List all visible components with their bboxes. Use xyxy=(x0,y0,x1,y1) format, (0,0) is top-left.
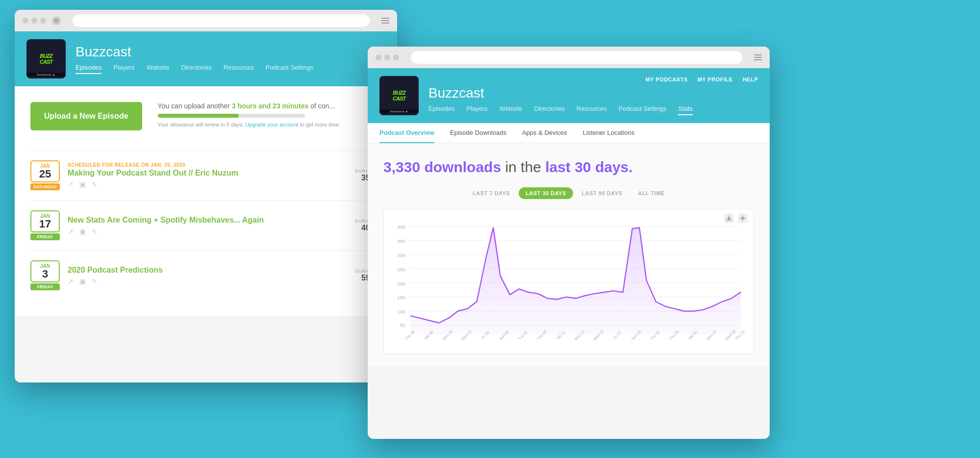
nav2-tab-directories[interactable]: Directories xyxy=(534,105,565,115)
address-bar-1[interactable] xyxy=(73,14,370,27)
download-chart-btn[interactable] xyxy=(724,213,734,223)
date-badge-border-2: JAN 17 xyxy=(30,210,60,232)
nav-tab-resources[interactable]: Resources xyxy=(224,64,254,74)
sub-tabs: Podcast Overview Episode Downloads Apps … xyxy=(368,123,770,143)
nav2-tab-stats[interactable]: Stats xyxy=(678,105,693,115)
logo-text: BUZZCAST xyxy=(40,53,52,65)
browser-window-stats: BUZZCAST buzzsprout ▲ MY PODCASTS MY PRO… xyxy=(368,47,770,439)
settings-chart-btn[interactable] xyxy=(738,213,748,223)
image-icon-2[interactable]: ▣ xyxy=(79,228,86,235)
downloads-headline: 3,330 downloads in the last 30 days. xyxy=(383,159,754,176)
close-dot[interactable] xyxy=(23,18,28,24)
svg-text:400: 400 xyxy=(397,224,405,229)
nav-tab-players[interactable]: Players xyxy=(113,64,134,74)
svg-text:350: 350 xyxy=(397,238,405,244)
nav2-tab-podcast-settings[interactable]: Podcast Settings xyxy=(619,105,667,115)
svg-text:50: 50 xyxy=(400,322,405,328)
date-badge-3: JAN 3 FRIDAY xyxy=(30,260,60,290)
top-link-podcasts[interactable]: MY PODCASTS xyxy=(646,76,688,82)
schedule-tag-1: SCHEDULED FOR RELEASE ON JAN. 25, 2020 xyxy=(68,162,347,168)
maximize-dot-2[interactable] xyxy=(393,54,399,60)
logo-badge-2: buzzsprout ▲ xyxy=(379,109,419,113)
logo-text-2: BUZZCAST xyxy=(393,90,405,102)
browser-chrome-2 xyxy=(368,47,770,68)
stats-content: 3,330 downloads in the last 30 days. LAS… xyxy=(368,143,770,366)
minimize-dot-2[interactable] xyxy=(384,54,390,60)
edit-icon-3[interactable]: ✎ xyxy=(92,278,98,285)
episode-info-1: SCHEDULED FOR RELEASE ON JAN. 25, 2020 M… xyxy=(68,162,347,188)
header-right-2: MY PODCASTS MY PROFILE HELP Buzzcast Epi… xyxy=(428,76,758,115)
episode-icons-3: ↗ ▣ ✎ xyxy=(68,278,347,285)
date-badge-1: JAN 25 SATURDAY xyxy=(30,160,60,190)
svg-text:300: 300 xyxy=(397,253,405,258)
menu-icon[interactable] xyxy=(381,18,389,24)
filter-7days[interactable]: LAST 7 DAYS xyxy=(466,187,517,199)
nav-tab-podcast-settings[interactable]: Podcast Settings xyxy=(266,64,314,74)
date-label-2: FRIDAY xyxy=(30,233,60,240)
sub-tab-episode-downloads[interactable]: Episode Downloads xyxy=(450,123,506,143)
search-icon[interactable] xyxy=(52,16,61,25)
edit-icon-1[interactable]: ✎ xyxy=(92,180,98,188)
top-link-help[interactable]: HELP xyxy=(743,76,758,82)
date-day-1: 25 xyxy=(34,169,56,179)
upload-section: Upload a New Episode You can upload anot… xyxy=(30,102,381,130)
share-icon-2[interactable]: ↗ xyxy=(68,228,74,235)
browser-window-episodes: BUZZCAST buzzsprout ▲ Buzzcast Episodes … xyxy=(15,10,397,382)
app-header-wrapper-2: BUZZCAST buzzsprout ▲ MY PODCASTS MY PRO… xyxy=(368,68,770,123)
app-header-2: BUZZCAST buzzsprout ▲ MY PODCASTS MY PRO… xyxy=(368,68,770,123)
share-icon-3[interactable]: ↗ xyxy=(68,278,74,285)
date-badge-border-3: JAN 3 xyxy=(30,260,60,282)
upgrade-link[interactable]: Upgrade your account xyxy=(245,122,298,127)
sub-tab-listener-locations[interactable]: Listener Locations xyxy=(583,123,635,143)
svg-text:150: 150 xyxy=(397,295,405,300)
main-nav-2: Episodes Players Website Directories Res… xyxy=(428,105,758,115)
image-icon-1[interactable]: ▣ xyxy=(79,180,86,188)
episode-title-2[interactable]: New Stats Are Coming + Spotify Misbehave… xyxy=(68,216,347,225)
filter-90days[interactable]: LAST 90 DAYS xyxy=(575,187,629,199)
filter-30days[interactable]: LAST 30 DAYS xyxy=(519,187,573,199)
nav-tab-website[interactable]: Website xyxy=(147,64,170,74)
date-day-2: 17 xyxy=(34,219,56,229)
upload-time-highlight: 3 hours and 23 minutes xyxy=(232,102,308,110)
downloads-count: 3,330 downloads xyxy=(383,159,501,175)
logo-badge: buzzsprout ▲ xyxy=(26,73,66,76)
edit-icon-2[interactable]: ✎ xyxy=(92,228,98,235)
nav2-tab-episodes[interactable]: Episodes xyxy=(428,105,454,115)
maximize-dot[interactable] xyxy=(40,18,46,24)
date-label-3: FRIDAY xyxy=(30,283,60,290)
upload-button[interactable]: Upload a New Episode xyxy=(30,102,142,130)
top-link-profile[interactable]: MY PROFILE xyxy=(698,76,733,82)
minimize-dot[interactable] xyxy=(31,18,37,24)
episode-title-3[interactable]: 2020 Podcast Predictions xyxy=(68,266,347,275)
episode-icons-2: ↗ ▣ ✎ xyxy=(68,228,347,235)
close-dot-2[interactable] xyxy=(376,54,381,60)
sub-tab-overview[interactable]: Podcast Overview xyxy=(379,123,434,143)
image-icon-3[interactable]: ▣ xyxy=(79,278,86,285)
menu-icon-2[interactable] xyxy=(754,54,762,60)
upload-progress-bar xyxy=(158,114,305,118)
date-label-1: SATURDAY xyxy=(30,183,60,190)
sub-tab-apps-devices[interactable]: Apps & Devices xyxy=(522,123,567,143)
browser-chrome-1 xyxy=(15,10,397,31)
podcast-title-2: Buzzcast xyxy=(428,85,758,101)
episode-title-1[interactable]: Making Your Podcast Stand Out // Eric Nu… xyxy=(68,169,347,178)
upload-sub-text: Your allowance will renew in 5 days. Upg… xyxy=(158,122,381,127)
nav2-tab-resources[interactable]: Resources xyxy=(577,105,607,115)
episode-icons-1: ↗ ▣ ✎ xyxy=(68,180,347,188)
episode-item-3: JAN 3 FRIDAY 2020 Podcast Predictions ↗ … xyxy=(30,250,381,300)
podcast-title-1: Buzzcast xyxy=(75,44,385,60)
filter-alltime[interactable]: ALL TIME xyxy=(631,187,672,199)
nav2-tab-website[interactable]: Website xyxy=(500,105,523,115)
svg-text:100: 100 xyxy=(397,309,405,314)
address-bar-2[interactable] xyxy=(411,51,742,64)
nav-tab-directories[interactable]: Directories xyxy=(181,64,212,74)
date-badge-border-1: JAN 25 xyxy=(30,160,60,182)
date-day-3: 3 xyxy=(34,269,56,280)
date-badge-2: JAN 17 FRIDAY xyxy=(30,210,60,240)
share-icon-1[interactable]: ↗ xyxy=(68,180,74,188)
nav-tab-episodes[interactable]: Episodes xyxy=(75,64,101,74)
upload-text-suffix: of con... xyxy=(308,102,335,110)
progress-bar-fill xyxy=(158,114,239,118)
window-controls-1 xyxy=(23,18,46,24)
nav2-tab-players[interactable]: Players xyxy=(466,105,487,115)
